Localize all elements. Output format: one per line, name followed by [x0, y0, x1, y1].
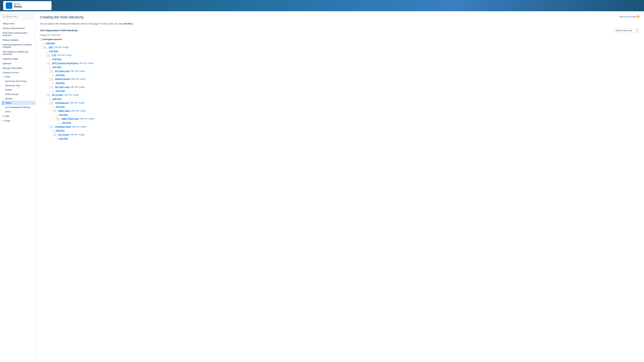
gs-link[interactable]: Global Support	[55, 77, 70, 81]
eu-del[interactable]: Del	[75, 69, 78, 73]
vpos-del[interactable]: Del	[69, 93, 72, 97]
add-role-link-root[interactable]: Add Role	[46, 41, 55, 45]
gs-toggle[interactable]: -	[50, 78, 52, 80]
sidebar-item-lightning-exp[interactable]: Lightning Experience Transition Assistan…	[0, 42, 35, 49]
svp-assign[interactable]: Assign	[88, 61, 94, 65]
emea-tl-link[interactable]: EMEA Team Lead	[62, 117, 79, 121]
add-role-link-na-tl[interactable]: Add Role	[56, 89, 65, 93]
na-central-link[interactable]: NA-Central	[58, 133, 69, 137]
vpos-eu-edit[interactable]: Edit	[70, 101, 74, 105]
sidebar-subitem-ums[interactable]: User Management Settings	[2, 105, 35, 109]
data-group-header[interactable]: ▶ Data	[0, 114, 35, 118]
vpos-nam-assign[interactable]: Assign	[80, 125, 86, 129]
cto-assign[interactable]: Assign	[66, 53, 72, 57]
na-tl-assign[interactable]: Assign	[79, 85, 85, 89]
eu-edit[interactable]: Edit	[70, 69, 74, 73]
vpos-edit[interactable]: Edit	[64, 93, 68, 97]
vpos-eu-toggle[interactable]: -	[50, 102, 52, 104]
emea-tl-toggle[interactable]: -	[56, 118, 58, 120]
add-role-link-emea-tl[interactable]: Add Role	[62, 121, 71, 125]
na-central-del[interactable]: Del	[75, 133, 78, 137]
cto-edit[interactable]: Edit	[57, 53, 61, 57]
add-role-link-svp[interactable]: Add Role	[52, 65, 62, 69]
vpos-nam-del[interactable]: Del	[76, 125, 79, 129]
gs-edit[interactable]: Edit	[71, 77, 75, 81]
add-role-link-vpos-nam[interactable]: Add Role	[56, 129, 65, 133]
add-role-link-cto[interactable]: Add Role	[52, 57, 62, 61]
tree-view-select[interactable]: Show in tree view	[614, 28, 640, 33]
vpos-nam-edit[interactable]: Edit	[72, 125, 75, 129]
emea-sales-edit[interactable]: Edit	[72, 109, 75, 113]
collapse-all-link[interactable]: Collapse All	[40, 34, 50, 36]
ceo-edit[interactable]: Edit	[54, 45, 58, 49]
eu-link[interactable]: EU-Team Lead	[55, 69, 70, 73]
sidebar-subitem-public-groups[interactable]: Public Groups	[2, 92, 35, 96]
emea-tl-del[interactable]: Del	[84, 117, 88, 121]
ceo-link[interactable]: CEO	[48, 45, 53, 49]
sidebar-item-release-updates[interactable]: Release Updates	[0, 38, 35, 42]
eu-assign[interactable]: Assign	[79, 69, 85, 73]
vpos-nam-link[interactable]: VPofSales-NAM	[55, 125, 71, 129]
na-tl-toggle[interactable]: -	[50, 86, 52, 88]
emea-tl-assign[interactable]: Assign	[88, 117, 94, 121]
sidebar-subitem-roles[interactable]: Roles	[2, 101, 35, 105]
email-group-header[interactable]: ▶ Email	[0, 118, 35, 123]
gs-del[interactable]: Del	[76, 77, 79, 81]
add-role-link-eu[interactable]: Add Role	[56, 73, 65, 77]
search-input[interactable]	[2, 14, 33, 19]
add-role-link-na-central[interactable]: Add Role	[59, 137, 68, 141]
cto-toggle[interactable]: -	[46, 54, 48, 56]
add-role-link-emea-sales[interactable]: Add Role	[59, 113, 68, 117]
sidebar-subitem-users[interactable]: Users	[2, 109, 35, 114]
users-group-header[interactable]: ▼ Users	[0, 74, 35, 79]
ceo-del[interactable]: Del	[59, 45, 62, 49]
sidebar-subitem-profiles[interactable]: Profiles	[2, 88, 35, 92]
vpos-nam-toggle[interactable]: -	[50, 126, 52, 128]
help-link[interactable]: Help for this Page ?	[619, 15, 640, 18]
na-tl-edit[interactable]: Edit	[70, 85, 74, 89]
ceo-assign[interactable]: Assign	[63, 45, 69, 49]
cto-del[interactable]: Del	[62, 53, 65, 57]
root-toggle[interactable]: -	[40, 38, 42, 40]
sidebar-item-setup-home[interactable]: Setup Home	[0, 21, 35, 26]
vpos-eu-del[interactable]: Del	[74, 101, 78, 105]
eu-toggle[interactable]: -	[50, 70, 52, 72]
cto-link[interactable]: CTO	[52, 53, 56, 57]
sidebar-subitem-psg[interactable]: Permission Set Groups	[2, 79, 35, 83]
svp-toggle[interactable]: -	[46, 62, 48, 64]
sidebar-item-mfa[interactable]: Multi-Factor Authentication Assistant	[0, 30, 35, 38]
vpos-eu-link[interactable]: VPofSales-EU	[55, 101, 69, 105]
svp-del[interactable]: Del	[84, 61, 86, 65]
sidebar-item-lightning-usage[interactable]: Lightning Usage	[0, 56, 35, 61]
gs-assign[interactable]: Assign	[80, 77, 86, 81]
add-role-link-gs[interactable]: Add Role	[56, 81, 65, 85]
svp-link[interactable]: SVP Customer Experience	[52, 61, 78, 65]
add-role-link-vpos[interactable]: Add Role	[52, 97, 62, 101]
sidebar-item-mobile-quickstart[interactable]: New Salesforce Mobile App QuickStart	[0, 49, 35, 56]
sidebar-item-manage-sub[interactable]: Manage Subscription	[0, 66, 35, 70]
na-central-edit[interactable]: Edit	[70, 133, 74, 137]
emea-sales-toggle[interactable]: -	[53, 110, 55, 112]
vpos-assign[interactable]: Assign	[73, 93, 79, 97]
emea-sales-add-role-row: Add Role	[53, 113, 640, 117]
expand-all-link[interactable]: Expand All	[51, 34, 60, 36]
vpos-toggle[interactable]: -	[46, 94, 48, 96]
ceo-toggle[interactable]: -	[43, 46, 46, 48]
emea-sales-del[interactable]: Del	[76, 109, 79, 113]
emea-tl-edit[interactable]: Edit	[80, 117, 84, 121]
vpos-link[interactable]: VP of Sales	[52, 93, 63, 97]
na-tl-link[interactable]: NA Team Lead	[55, 85, 70, 89]
sidebar-item-optimizer[interactable]: Optimizer	[0, 61, 35, 66]
sidebar-subitem-queues[interactable]: Queues	[2, 96, 35, 101]
svp-edit[interactable]: Edit	[79, 61, 82, 65]
add-role-link-vpos-eu[interactable]: Add Role	[56, 105, 65, 109]
emea-sales-link[interactable]: EMEA Sales	[58, 109, 70, 113]
na-tl-del[interactable]: Del	[75, 85, 78, 89]
na-central-toggle[interactable]: -	[53, 134, 55, 136]
na-central-assign[interactable]: Assign	[79, 133, 85, 137]
sidebar-item-service-setup[interactable]: Service Setup Assistant	[0, 26, 35, 30]
sidebar-subitem-ps[interactable]: Permission Sets	[2, 83, 35, 88]
vpos-eu-assign[interactable]: Assign	[78, 101, 84, 105]
emea-sales-assign[interactable]: Assign	[80, 109, 86, 113]
add-role-link-ceo[interactable]: Add Role	[49, 49, 58, 53]
